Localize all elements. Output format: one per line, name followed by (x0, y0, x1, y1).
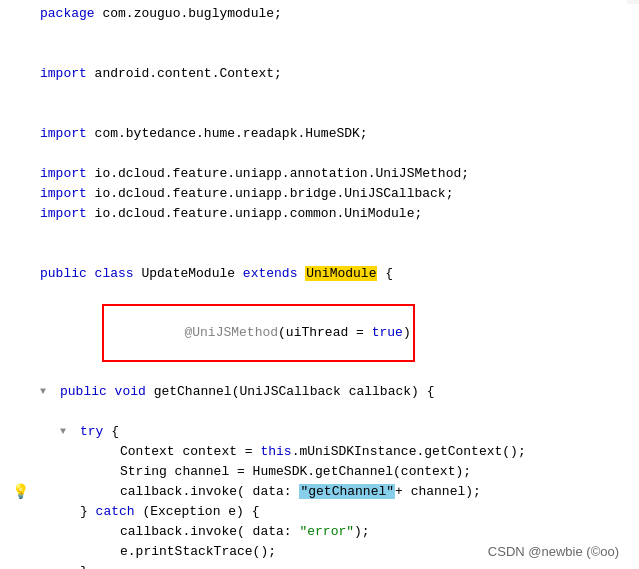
annotation-line: @UniJSMethod(uiThread = true) (10, 284, 639, 382)
code-line (10, 244, 639, 264)
watermark: CSDN @newbie (©oo) (488, 544, 619, 559)
code-line: import io.dcloud.feature.uniapp.bridge.U… (10, 184, 639, 204)
code-line: import io.dcloud.feature.uniapp.annotati… (10, 164, 639, 184)
class-declaration-line: public class UpdateModule extends UniMod… (10, 264, 639, 284)
code-line (10, 24, 639, 44)
code-line (10, 104, 639, 124)
code-line: import com.bytedance.hume.readapk.HumeSD… (10, 124, 639, 144)
code-editor: package com.zouguo.buglymodule; import a… (0, 0, 639, 569)
code-line: Context context = this.mUniSDKInstance.g… (10, 442, 639, 462)
method-line: ▼ public void getChannel(UniJSCallback c… (10, 382, 639, 402)
code-line (10, 44, 639, 64)
code-line (10, 402, 639, 422)
code-line: callback.invoke( data: "error"); (10, 522, 639, 542)
code-line (10, 144, 639, 164)
code-area: package com.zouguo.buglymodule; import a… (0, 4, 639, 569)
code-line: import io.dcloud.feature.uniapp.common.U… (10, 204, 639, 224)
catch-line: } catch (Exception e) { (10, 502, 639, 522)
code-line (10, 224, 639, 244)
code-line: package com.zouguo.buglymodule; (10, 4, 639, 24)
code-line (10, 84, 639, 104)
code-line: } (10, 562, 639, 569)
code-line: import android.content.Context; (10, 64, 639, 84)
try-line: ▼ try { (10, 422, 639, 442)
code-line: String channel = HumeSDK.getChannel(cont… (10, 462, 639, 482)
invoke-line: 💡 callback.invoke( data: "getChannel"+ c… (10, 482, 639, 502)
